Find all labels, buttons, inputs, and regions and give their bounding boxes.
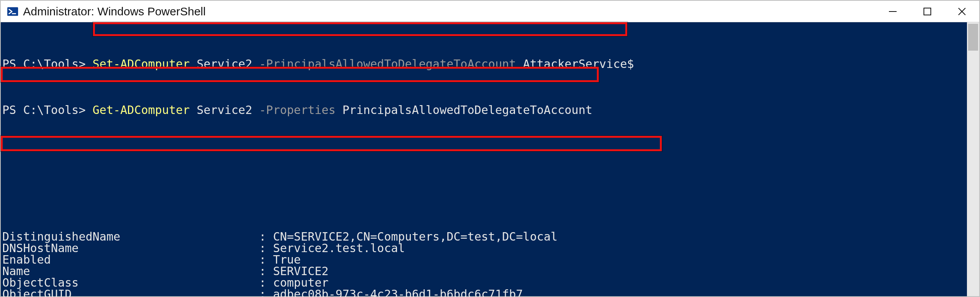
cmdlet-text: Set-ADComputer	[93, 57, 190, 71]
svg-rect-3	[924, 8, 931, 15]
terminal-output-area[interactable]: PS C:\Tools> Set-ADComputer Service2 -Pr…	[1, 22, 967, 296]
property-value: adbec08b-973c-4c23-b6d1-b6bdc6c71fb7	[273, 287, 523, 297]
value-text: PrincipalsAllowedToDelegateToAccount	[342, 103, 592, 117]
property-line: ObjectClass : computer	[2, 277, 967, 289]
blank-line	[2, 185, 967, 196]
highlight-box-set-command	[93, 22, 627, 36]
terminal-line-cmd1: PS C:\Tools> Set-ADComputer Service2 -Pr…	[2, 58, 967, 70]
svg-rect-0	[7, 7, 18, 16]
cmdlet-text: Get-ADComputer	[93, 103, 190, 117]
vertical-scrollbar[interactable]	[967, 22, 979, 296]
param-text: -Properties	[259, 103, 336, 117]
scrollbar-thumb[interactable]	[968, 24, 978, 51]
highlight-box-delegation	[1, 136, 662, 151]
property-line: Enabled : True	[2, 254, 967, 266]
property-line: DNSHostName : Service2.test.local	[2, 243, 967, 254]
property-key: ObjectGUID	[2, 287, 259, 297]
minimize-button[interactable]	[875, 1, 910, 22]
value-text: AttackerService$	[523, 57, 634, 71]
blank-line	[2, 150, 967, 162]
powershell-icon	[7, 6, 18, 17]
title-bar: Administrator: Windows PowerShell	[1, 1, 979, 22]
target-text: Service2	[197, 57, 252, 71]
property-separator: :	[259, 287, 273, 297]
property-line: DistinguishedName : CN=SERVICE2,CN=Compu…	[2, 231, 967, 243]
target-text: Service2	[197, 103, 252, 117]
terminal-line-cmd2: PS C:\Tools> Get-ADComputer Service2 -Pr…	[2, 104, 967, 116]
prompt-text: PS C:\Tools>	[2, 103, 86, 117]
param-text: -PrincipalsAllowedToDelegateToAccount	[259, 57, 516, 71]
prompt-text: PS C:\Tools>	[2, 57, 86, 71]
maximize-button[interactable]	[910, 1, 945, 22]
close-button[interactable]	[945, 1, 979, 22]
property-line: Name : SERVICE2	[2, 266, 967, 277]
property-line: ObjectGUID : adbec08b-973c-4c23-b6d1-b6b…	[2, 289, 967, 297]
window-frame: Administrator: Windows PowerShell PS C:\…	[0, 0, 980, 297]
window-title: Administrator: Windows PowerShell	[23, 5, 206, 18]
